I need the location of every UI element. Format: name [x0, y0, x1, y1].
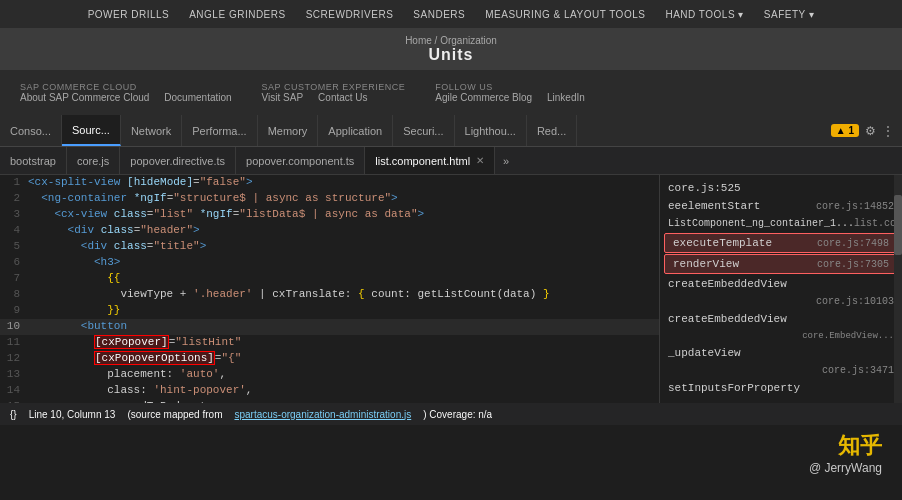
- status-coverage: ) Coverage: n/a: [423, 409, 492, 420]
- nav-section-title-follow: FOLLOW US: [435, 82, 585, 92]
- devtools-tab-bar: Conso... Sourc... Network Performa... Me…: [0, 115, 902, 147]
- stack-name: createEmbeddedView: [668, 278, 787, 290]
- status-bar: {} Line 10, Column 13 (source mapped fro…: [0, 403, 902, 425]
- stack-name: setInputsForProperty: [668, 382, 800, 394]
- stack-item[interactable]: core.js:10103: [660, 293, 902, 310]
- code-line-13: 13 placement: 'auto',: [0, 367, 659, 383]
- code-line-4: 4 <div class="header">: [0, 223, 659, 239]
- status-source-file[interactable]: spartacus-organization-administration.js: [234, 409, 411, 420]
- stack-name: _updateView: [668, 347, 741, 359]
- breadcrumb: Home / Organization: [405, 35, 497, 46]
- stack-location: core.js:7498: [817, 238, 889, 249]
- stack-item-execute-template[interactable]: executeTemplate core.js:7498: [664, 233, 898, 253]
- nav-link-visit-sap[interactable]: Visit SAP: [262, 92, 304, 103]
- tab-network[interactable]: Network: [121, 115, 182, 146]
- stack-item[interactable]: eeelementStart core.js:14852: [660, 197, 902, 215]
- nav-item-screwdrivers[interactable]: SCREWDRIVERS: [306, 9, 394, 20]
- code-content: placement: 'auto',: [28, 368, 226, 380]
- code-content: <cx-view class="list" *ngIf="listData$ |…: [28, 208, 424, 220]
- code-line-10: 10 <button: [0, 319, 659, 335]
- devtools-panel: Conso... Sourc... Network Performa... Me…: [0, 115, 902, 425]
- stack-location: core.js:7305: [817, 259, 889, 270]
- code-line-8: 8 viewType + '.header' | cxTranslate: { …: [0, 287, 659, 303]
- tab-security[interactable]: Securi...: [393, 115, 454, 146]
- tab-console[interactable]: Conso...: [0, 115, 62, 146]
- file-tabs: bootstrap core.js popover.directive.ts p…: [0, 147, 902, 175]
- nav-section-follow-us: FOLLOW US Agile Commerce Blog LinkedIn: [435, 70, 585, 115]
- code-line-2: 2 <ng-container *ngIf="structure$ | asyn…: [0, 191, 659, 207]
- stack-item[interactable]: createEmbeddedView: [660, 275, 902, 293]
- file-tab-popover-directive[interactable]: popover.directive.ts: [120, 147, 236, 174]
- secondary-nav: SAP COMMERCE CLOUD About SAP Commerce Cl…: [0, 70, 902, 115]
- stack-item[interactable]: ListComponent_ng_container_1... list.com…: [660, 215, 902, 232]
- tab-sources[interactable]: Sourc...: [62, 115, 121, 146]
- tab-lighthouse[interactable]: Lighthou...: [455, 115, 527, 146]
- scrollbar-thumb: [894, 195, 902, 255]
- nav-item-safety[interactable]: SAFETY ▾: [764, 9, 815, 20]
- status-brackets: {}: [10, 409, 17, 420]
- file-tab-list-component[interactable]: list.component.html ✕: [365, 147, 495, 174]
- nav-item-hand-tools[interactable]: HAND TOOLS ▾: [665, 9, 743, 20]
- code-content: <ng-container *ngIf="structure$ | async …: [28, 192, 398, 204]
- call-stack-scrollbar[interactable]: [894, 175, 902, 405]
- stack-item[interactable]: _updateView: [660, 344, 902, 362]
- tab-application[interactable]: Application: [318, 115, 393, 146]
- stack-item[interactable]: core.js:3471: [660, 362, 902, 379]
- nav-link-documentation[interactable]: Documentation: [164, 92, 231, 103]
- code-panel[interactable]: 1 <cx-split-view [hideMode]="false"> 2 <…: [0, 175, 660, 405]
- line-number: 9: [0, 304, 28, 316]
- tab-performance[interactable]: Performa...: [182, 115, 257, 146]
- code-content: <div class="header">: [28, 224, 200, 236]
- file-tab-more[interactable]: »: [495, 147, 517, 174]
- nav-link-contact[interactable]: Contact Us: [318, 92, 367, 103]
- line-number: 1: [0, 176, 28, 188]
- stack-item[interactable]: createEmbeddedView: [660, 310, 902, 328]
- code-line-11: 11 [cxPopover]="listHint": [0, 335, 659, 351]
- tab-redux[interactable]: Red...: [527, 115, 577, 146]
- line-number: 6: [0, 256, 28, 268]
- code-line-6: 6 <h3>: [0, 255, 659, 271]
- stack-name: createEmbeddedView: [668, 313, 787, 325]
- stack-item[interactable]: setInputsForProperty: [660, 379, 902, 397]
- stack-name: eeelementStart: [668, 200, 760, 212]
- nav-item-angle-grinders[interactable]: ANGLE GRINDERS: [189, 9, 285, 20]
- file-tab-corejs[interactable]: core.js: [67, 147, 120, 174]
- line-number: 2: [0, 192, 28, 204]
- stack-location: core.js:3471: [822, 365, 894, 376]
- nav-link-agile-blog[interactable]: Agile Commerce Blog: [435, 92, 532, 103]
- nav-section-sap-commerce: SAP COMMERCE CLOUD About SAP Commerce Cl…: [20, 70, 232, 115]
- stack-item[interactable]: core.EmbedView...: [660, 328, 902, 344]
- nav-item-power-drills[interactable]: POWER DRILLS: [88, 9, 170, 20]
- code-content: viewType + '.header' | cxTranslate: { co…: [28, 288, 550, 300]
- line-number: 13: [0, 368, 28, 380]
- stack-item-render-view[interactable]: renderView core.js:7305: [664, 254, 898, 274]
- nav-item-sanders[interactable]: SANDERS: [413, 9, 465, 20]
- tab-memory[interactable]: Memory: [258, 115, 319, 146]
- code-area: 1 <cx-split-view [hideMode]="false"> 2 <…: [0, 175, 902, 405]
- settings-icon[interactable]: ⚙: [865, 124, 876, 138]
- nav-section-customer-experience: SAP CUSTOMER EXPERIENCE Visit SAP Contac…: [262, 70, 406, 115]
- file-tab-popover-component[interactable]: popover.component.ts: [236, 147, 365, 174]
- devtools-toolbar: ▲ 1 ⚙ ⋮: [823, 115, 902, 146]
- page-title: Units: [429, 46, 474, 64]
- stack-location: core.EmbedView...: [802, 331, 894, 341]
- code-content: <div class="title">: [28, 240, 206, 252]
- file-tab-close-icon[interactable]: ✕: [476, 155, 484, 166]
- line-number: 11: [0, 336, 28, 348]
- stack-name: ListComponent_ng_container_1...: [668, 218, 854, 229]
- line-number: 5: [0, 240, 28, 252]
- code-content: <h3>: [28, 256, 120, 268]
- nav-link-linkedin[interactable]: LinkedIn: [547, 92, 585, 103]
- code-line-12: 12 [cxPopoverOptions]="{": [0, 351, 659, 367]
- file-tab-bootstrap[interactable]: bootstrap: [0, 147, 67, 174]
- nav-link-about-sap[interactable]: About SAP Commerce Cloud: [20, 92, 149, 103]
- code-line-1: 1 <cx-split-view [hideMode]="false">: [0, 175, 659, 191]
- stack-name: renderView: [673, 258, 739, 270]
- nav-item-measuring[interactable]: MEASURING & LAYOUT TOOLS: [485, 9, 645, 20]
- line-number: 10: [0, 320, 28, 332]
- stack-item[interactable]: core.js:525: [660, 179, 902, 197]
- code-line-9: 9 }}: [0, 303, 659, 319]
- call-stack-panel: core.js:525 eeelementStart core.js:14852…: [660, 175, 902, 405]
- status-position: Line 10, Column 13: [29, 409, 116, 420]
- more-icon[interactable]: ⋮: [882, 124, 894, 138]
